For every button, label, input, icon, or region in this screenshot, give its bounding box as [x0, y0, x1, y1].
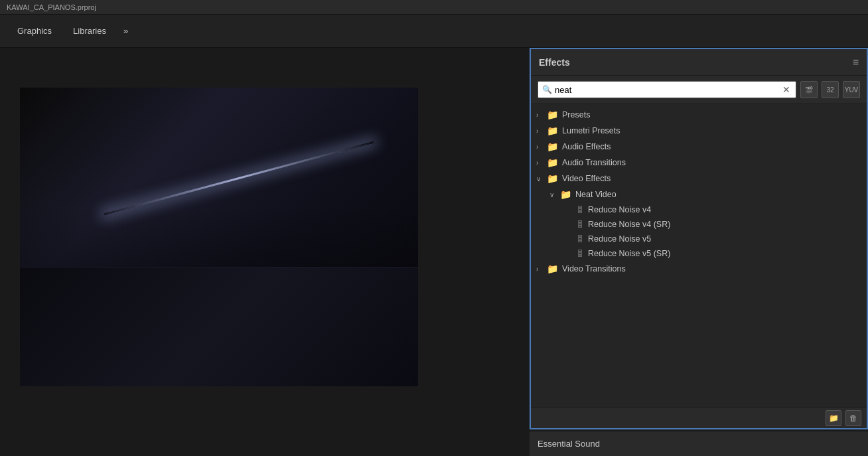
- search-clear-button[interactable]: ✕: [781, 84, 792, 95]
- tree-item-label: Video Transitions: [562, 264, 626, 273]
- folder-icon: 📁: [547, 264, 558, 274]
- yuv-label: YUV: [845, 86, 859, 94]
- search-icon: 🔍: [542, 85, 552, 94]
- nav-item-graphics[interactable]: Graphics: [7, 22, 62, 40]
- folder-icon: 📁: [547, 157, 558, 168]
- tree-item-label: Audio Effects: [562, 142, 611, 151]
- tree-item-neat-video[interactable]: ∨ 📁 Neat Video: [531, 187, 867, 202]
- effects-header: Effects ≡: [531, 49, 867, 76]
- tree-item-presets[interactable]: › 📁 Presets: [531, 107, 867, 123]
- delete-icon: 🗑: [849, 414, 857, 423]
- chevron-icon: ‌∨: [536, 175, 547, 183]
- chevron-icon: ∨: [549, 191, 560, 198]
- tree-item-label: Presets: [562, 110, 590, 119]
- effects-tree[interactable]: › 📁 Presets › 📁 Lumetri Presets › 📁 Audi…: [531, 104, 867, 407]
- effects-footer: 📁 🗑: [531, 407, 867, 428]
- chevron-icon: ›: [536, 127, 547, 135]
- new-folder-button[interactable]: 📁: [826, 410, 841, 426]
- tree-item-label: Lumetri Presets: [562, 126, 620, 135]
- effects-menu-icon[interactable]: ≡: [853, 56, 859, 68]
- chevron-icon: ›: [536, 112, 547, 119]
- tree-item-label: Video Effects: [562, 174, 611, 183]
- 32-label: 32: [826, 86, 833, 94]
- effect-icon: 🎛: [576, 249, 584, 258]
- chevron-icon: ›: [536, 159, 547, 167]
- toolbar-btn-camera[interactable]: 🎬: [800, 81, 818, 98]
- toolbar-btn-yuv[interactable]: YUV: [843, 81, 860, 98]
- folder-icon: 📁: [547, 110, 558, 120]
- tree-item-reduce-noise-v5-sr[interactable]: 🎛 Reduce Noise v5 (SR): [531, 246, 867, 261]
- effect-icon: 🎛: [576, 234, 584, 244]
- tree-item-reduce-noise-v4[interactable]: 🎛 Reduce Noise v4: [531, 202, 867, 217]
- nav-more[interactable]: »: [117, 22, 135, 40]
- folder-icon: 📁: [547, 125, 558, 136]
- search-input[interactable]: [555, 85, 781, 95]
- tree-item-label: Audio Transitions: [562, 158, 626, 167]
- tree-item-reduce-noise-v4-sr[interactable]: 🎛 Reduce Noise v4 (SR): [531, 217, 867, 232]
- effects-panel: Effects ≡ 🔍 ✕ 🎬 32 YUV ›: [530, 48, 868, 429]
- effects-title: Effects: [539, 57, 570, 68]
- piano-visual: [20, 88, 418, 386]
- folder-icon: 📁: [547, 141, 558, 152]
- video-frame: [20, 88, 418, 386]
- search-row: 🔍 ✕ 🎬 32 YUV: [531, 76, 867, 104]
- camera-icon: 🎬: [805, 86, 813, 94]
- chevron-icon: ›: [536, 266, 547, 273]
- folder-icon: 📁: [547, 173, 558, 184]
- tree-item-lumetri-presets[interactable]: › 📁 Lumetri Presets: [531, 123, 867, 139]
- tree-item-label: Reduce Noise v4: [588, 205, 651, 214]
- effect-icon: 🎛: [576, 205, 584, 214]
- tree-item-audio-effects[interactable]: › 📁 Audio Effects: [531, 139, 867, 155]
- tree-item-label: Reduce Noise v4 (SR): [588, 220, 670, 229]
- piano-keys-area: [20, 267, 418, 386]
- search-box[interactable]: 🔍 ✕: [538, 81, 796, 98]
- tree-item-label: Reduce Noise v5 (SR): [588, 249, 670, 258]
- chevron-icon: ›: [536, 143, 547, 151]
- nav-bar: Graphics Libraries »: [0, 15, 868, 48]
- tree-item-video-transitions[interactable]: › 📁 Video Transitions: [531, 261, 867, 277]
- tree-item-audio-transitions[interactable]: › 📁 Audio Transitions: [531, 155, 867, 171]
- effect-icon: 🎛: [576, 220, 584, 229]
- main-content: Effects ≡ 🔍 ✕ 🎬 32 YUV ›: [0, 48, 868, 456]
- project-title: KAWAI_CA_PIANOS.prproj: [7, 3, 96, 11]
- essential-sound-bar: Essential Sound: [530, 431, 868, 456]
- tree-item-label: Reduce Noise v5: [588, 234, 651, 244]
- folder-icon: 📁: [560, 189, 571, 200]
- piano-light-streak: [104, 141, 374, 216]
- delete-button[interactable]: 🗑: [845, 410, 861, 426]
- tree-item-label: Neat Video: [575, 190, 616, 199]
- tree-item-video-effects[interactable]: ‌∨ 📁 Video Effects: [531, 171, 867, 187]
- title-bar: KAWAI_CA_PIANOS.prproj: [0, 0, 868, 15]
- nav-item-libraries[interactable]: Libraries: [62, 22, 117, 40]
- tree-item-reduce-noise-v5[interactable]: 🎛 Reduce Noise v5: [531, 232, 867, 246]
- new-folder-icon: 📁: [829, 414, 839, 423]
- essential-sound-label: Essential Sound: [538, 439, 600, 449]
- toolbar-btn-32[interactable]: 32: [822, 81, 839, 98]
